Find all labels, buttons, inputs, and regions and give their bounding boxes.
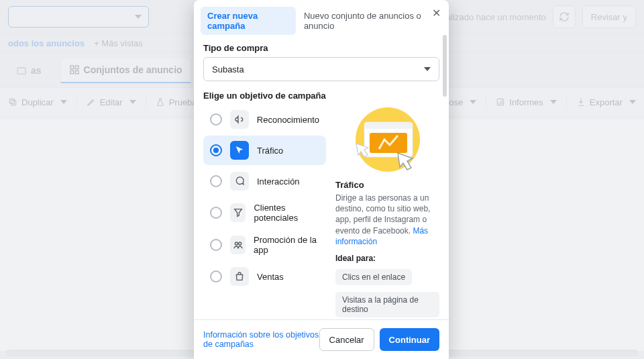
chat-icon	[230, 172, 249, 191]
objective-label: Reconocimiento	[257, 115, 319, 125]
objective-label: Interacción	[257, 176, 300, 187]
svg-rect-12	[364, 122, 413, 129]
objective-label: Clientes potenciales	[254, 203, 319, 223]
megaphone-icon	[230, 110, 249, 129]
objectives-info-link[interactable]: Información sobre los objetivos de campa…	[203, 330, 319, 349]
radio-icon	[210, 113, 222, 125]
svg-point-9	[238, 242, 241, 245]
buying-type-value: Subasta	[212, 64, 244, 74]
radio-icon	[210, 144, 222, 156]
radio-icon	[210, 239, 222, 251]
modal-tab-new-campaign[interactable]: Crear nueva campaña	[201, 7, 296, 35]
chip: Clics en el enlace	[335, 269, 412, 285]
chip: Visitas a la página de destino	[335, 292, 439, 317]
objective-traffic[interactable]: Tráfico	[203, 136, 326, 165]
objective-label: Ventas	[257, 272, 284, 282]
objective-desc-title: Tráfico	[335, 180, 439, 190]
radio-icon	[210, 270, 222, 283]
modal-footer: Información sobre los objetivos de campa…	[194, 319, 449, 359]
objective-leads[interactable]: Clientes potenciales	[203, 197, 326, 228]
objective-desc: Dirige a las personas a un destino, como…	[335, 193, 439, 247]
cursor-icon	[230, 141, 249, 160]
chevron-down-icon	[424, 67, 431, 71]
modal-tabs: Crear nueva campaña Nuevo conjunto de an…	[194, 0, 449, 40]
funnel-icon	[230, 203, 246, 222]
choose-objective-label: Elige un objetivo de campaña	[203, 91, 439, 101]
svg-point-8	[235, 242, 237, 245]
objective-label: Promoción de la app	[254, 235, 319, 255]
ideal-chips: Clics en el enlace Visitas a la página d…	[335, 267, 439, 319]
ideal-for-label: Ideal para:	[335, 254, 439, 263]
bag-icon	[230, 267, 249, 286]
app-icon	[230, 236, 246, 254]
close-icon[interactable]: ✕	[432, 7, 441, 19]
radio-icon	[210, 207, 222, 219]
objective-awareness[interactable]: Reconocimiento	[203, 105, 326, 134]
create-campaign-modal: Crear nueva campaña Nuevo conjunto de an…	[194, 0, 449, 359]
modal-scrollbar[interactable]	[443, 35, 447, 97]
objective-label: Tráfico	[257, 146, 283, 156]
modal-tab-new-adset[interactable]: Nuevo conjunto de anuncios o anuncio	[304, 11, 439, 31]
objective-list: Reconocimiento Tráfico Interacción	[203, 105, 326, 291]
objective-engagement[interactable]: Interacción	[203, 166, 326, 196]
cancel-button[interactable]: Cancelar	[319, 328, 374, 351]
objective-illustration	[335, 105, 439, 174]
buying-type-label: Tipo de compra	[203, 43, 439, 53]
objective-app-promo[interactable]: Promoción de la app	[203, 229, 326, 260]
continue-button[interactable]: Continuar	[380, 328, 439, 351]
radio-icon	[210, 175, 222, 187]
buying-type-select[interactable]: Subasta	[203, 57, 439, 81]
objective-sales[interactable]: Ventas	[203, 262, 326, 291]
